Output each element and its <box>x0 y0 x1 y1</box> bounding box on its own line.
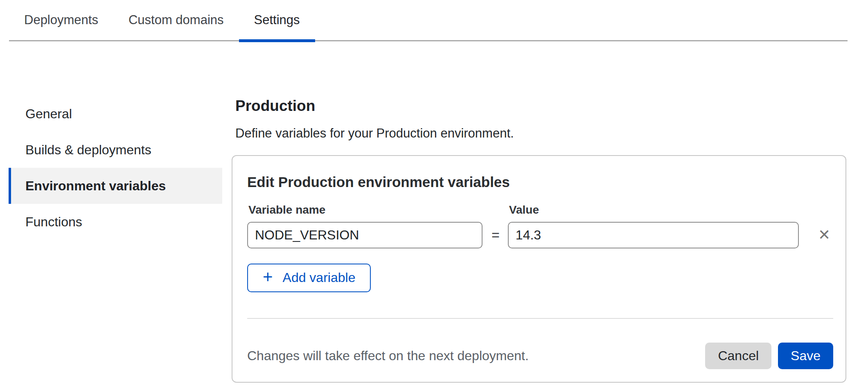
page-title: Production <box>235 97 846 115</box>
variable-value-field: Value <box>508 204 799 248</box>
tab-settings[interactable]: Settings <box>239 0 315 40</box>
card-heading: Edit Production environment variables <box>247 174 833 190</box>
sidebar-item-label: General <box>25 106 72 122</box>
settings-page: General Builds & deployments Environment… <box>0 41 868 388</box>
cancel-button[interactable]: Cancel <box>705 343 771 369</box>
settings-sidebar: General Builds & deployments Environment… <box>0 96 232 240</box>
sidebar-item-label: Builds & deployments <box>25 142 151 158</box>
tab-label: Deployments <box>24 13 98 27</box>
main-panel: Production Define variables for your Pro… <box>232 41 846 383</box>
variable-name-input[interactable] <box>247 222 482 248</box>
value-label: Value <box>509 204 799 217</box>
variable-name-label: Variable name <box>248 204 482 217</box>
add-variable-button[interactable]: + Add variable <box>247 264 371 292</box>
sidebar-item-functions[interactable]: Functions <box>9 204 222 240</box>
tab-deployments[interactable]: Deployments <box>9 0 113 40</box>
variable-name-field: Variable name <box>247 204 482 248</box>
tab-custom-domains[interactable]: Custom domains <box>113 0 239 40</box>
sidebar-item-label: Functions <box>25 214 82 230</box>
tab-label: Settings <box>254 13 300 27</box>
sidebar-item-label: Environment variables <box>25 178 166 194</box>
tab-label: Custom domains <box>129 13 224 27</box>
sidebar-item-builds-deployments[interactable]: Builds & deployments <box>9 132 222 168</box>
footer-note: Changes will take effect on the next dep… <box>247 348 529 363</box>
close-icon: ✕ <box>818 226 830 244</box>
page-subtitle: Define variables for your Production env… <box>235 126 846 141</box>
equals-sign: = <box>491 222 500 248</box>
card-divider <box>247 318 833 319</box>
variable-value-input[interactable] <box>508 222 799 248</box>
variable-row: Variable name = Value ✕ <box>247 204 833 248</box>
add-variable-label: Add variable <box>283 270 356 285</box>
footer-actions: Cancel Save <box>705 343 833 369</box>
remove-variable-button[interactable]: ✕ <box>815 222 833 248</box>
tab-bar: Deployments Custom domains Settings <box>9 0 848 41</box>
card-footer: Changes will take effect on the next dep… <box>247 343 833 369</box>
save-button[interactable]: Save <box>778 343 833 369</box>
environment-variables-card: Edit Production environment variables Va… <box>232 155 846 383</box>
sidebar-item-environment-variables[interactable]: Environment variables <box>9 168 222 204</box>
sidebar-item-general[interactable]: General <box>9 96 222 132</box>
plus-icon: + <box>263 268 273 286</box>
